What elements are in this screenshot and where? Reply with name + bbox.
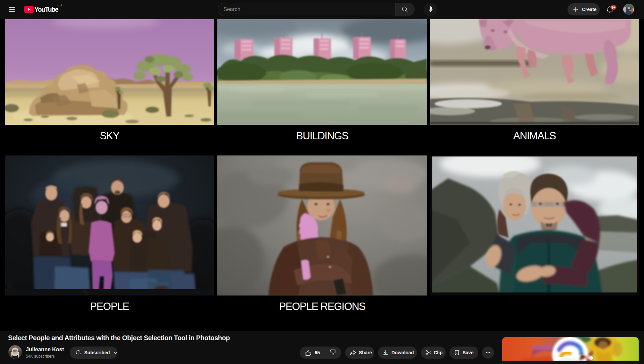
svg-text:YouTube: YouTube: [35, 6, 59, 13]
